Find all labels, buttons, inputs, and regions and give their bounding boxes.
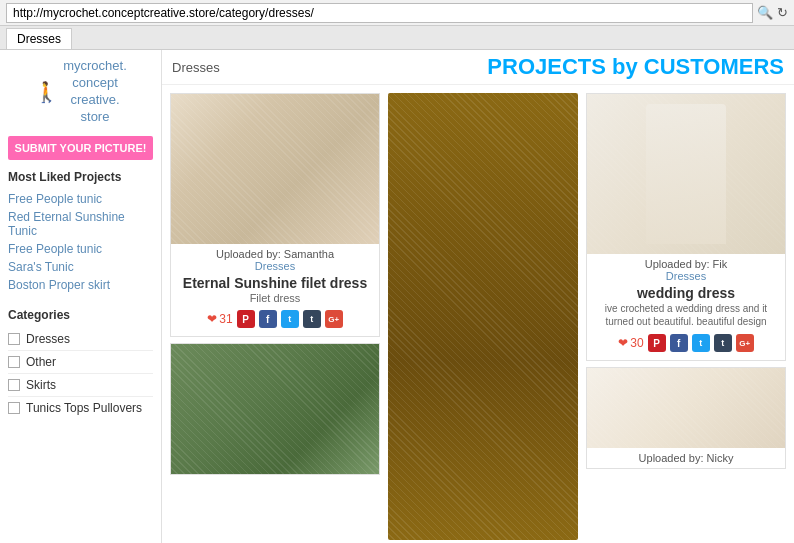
card1-body: Uploaded by: Samantha Dresses Eternal Su… [171, 244, 379, 336]
logo-figure: 🚶 [34, 80, 59, 104]
like-icon-3: ❤ [618, 336, 628, 350]
card3-category[interactable]: Dresses [593, 270, 779, 282]
logo-line2: concept [63, 75, 127, 92]
card3-twitter-icon[interactable]: t [692, 334, 710, 352]
card3-gplus-icon[interactable]: G+ [736, 334, 754, 352]
projects-heading: PROJECTS by CUSTOMERS [487, 54, 784, 80]
card1-category[interactable]: Dresses [177, 260, 373, 272]
card3-image[interactable] [587, 94, 785, 254]
logo-area: 🚶 mycrochet. concept creative. store [8, 58, 153, 126]
logo-line3: creative. [63, 92, 127, 109]
card4-body: Uploaded by: Nicky [587, 448, 785, 468]
url-input[interactable] [6, 3, 753, 23]
card1-uploader: Uploaded by: Samantha [177, 248, 373, 260]
card1-facebook-icon[interactable]: f [259, 310, 277, 328]
sidebar-item-free-people-2[interactable]: Free People tunic [8, 240, 153, 258]
card1-gplus-icon[interactable]: G+ [325, 310, 343, 328]
card1-desc: Filet dress [177, 292, 373, 304]
cat-item-dresses[interactable]: Dresses [8, 328, 153, 351]
card3-uploader: Uploaded by: Fik [593, 258, 779, 270]
card1-title: Eternal Sunshine filet dress [177, 275, 373, 291]
card3-actions: ❤ 30 P f t t G+ [593, 332, 779, 356]
cat-item-tunics[interactable]: Tunics Tops Pullovers [8, 397, 153, 419]
tab-bar: Dresses [0, 26, 794, 50]
card1-image[interactable] [171, 94, 379, 244]
card-eternal-sunshine: Uploaded by: Samantha Dresses Eternal Su… [170, 93, 380, 337]
cat-label-skirts: Skirts [26, 378, 56, 392]
card-nicky: Uploaded by: Nicky [586, 367, 786, 469]
refresh-icon[interactable]: ↻ [777, 5, 788, 20]
main-wrapper: 🚶 mycrochet. concept creative. store SUB… [0, 50, 794, 543]
card3-like-button[interactable]: ❤ 30 [618, 336, 643, 350]
center-column [388, 93, 578, 540]
sidebar-item-saras-tunic[interactable]: Sara's Tunic [8, 258, 153, 276]
card1-tumblr-icon[interactable]: t [303, 310, 321, 328]
content-header-title: Dresses [172, 60, 220, 75]
card1-like-count: 31 [219, 312, 232, 326]
card3-like-count: 30 [630, 336, 643, 350]
content-header: Dresses PROJECTS by CUSTOMERS [162, 50, 794, 85]
cat-label-other: Other [26, 355, 56, 369]
browser-controls: 🔍 ↻ [757, 5, 788, 20]
cat-item-skirts[interactable]: Skirts [8, 374, 153, 397]
card2-image[interactable] [171, 344, 379, 474]
card3-pinterest-icon[interactable]: P [648, 334, 666, 352]
card3-facebook-icon[interactable]: f [670, 334, 688, 352]
logo-line1: mycrochet. [63, 58, 127, 75]
most-liked-title: Most Liked Projects [8, 170, 153, 184]
card-green-dress [170, 343, 380, 475]
cat-checkbox-skirts[interactable] [8, 379, 20, 391]
cat-checkbox-other[interactable] [8, 356, 20, 368]
center-large-image[interactable] [388, 93, 578, 540]
left-column: Uploaded by: Samantha Dresses Eternal Su… [170, 93, 380, 540]
address-bar: 🔍 ↻ [0, 0, 794, 26]
tab-dresses[interactable]: Dresses [6, 28, 72, 49]
sidebar-item-boston-skirt[interactable]: Boston Proper skirt [8, 276, 153, 294]
card3-desc: ive crocheted a wedding dress and it tur… [593, 302, 779, 328]
like-icon: ❤ [207, 312, 217, 326]
logo-line4: store [63, 109, 127, 126]
cat-label-dresses: Dresses [26, 332, 70, 346]
submit-picture-button[interactable]: SUBMIT YOUR PICTURE! [8, 136, 153, 160]
card1-actions: ❤ 31 P f t t G+ [177, 308, 373, 332]
card3-title: wedding dress [593, 285, 779, 301]
cat-label-tunics: Tunics Tops Pullovers [26, 401, 142, 415]
sidebar-item-red-eternal[interactable]: Red Eternal Sunshine Tunic [8, 208, 153, 240]
center-image-wrap [388, 93, 578, 540]
sidebar-item-free-people-1[interactable]: Free People tunic [8, 190, 153, 208]
card4-uploader: Uploaded by: Nicky [593, 452, 779, 464]
card-wedding-dress: Uploaded by: Fik Dresses wedding dress i… [586, 93, 786, 361]
card3-tumblr-icon[interactable]: t [714, 334, 732, 352]
card1-pinterest-icon[interactable]: P [237, 310, 255, 328]
sidebar: 🚶 mycrochet. concept creative. store SUB… [0, 50, 162, 543]
cat-checkbox-tunics[interactable] [8, 402, 20, 414]
card3-body: Uploaded by: Fik Dresses wedding dress i… [587, 254, 785, 360]
categories-section: Categories Dresses Other Skirts Tunics T… [8, 308, 153, 419]
content-area: Dresses PROJECTS by CUSTOMERS Uploaded b… [162, 50, 794, 543]
cat-checkbox-dresses[interactable] [8, 333, 20, 345]
categories-title: Categories [8, 308, 153, 322]
logo-text: mycrochet. concept creative. store [63, 58, 127, 126]
card1-twitter-icon[interactable]: t [281, 310, 299, 328]
card1-like-button[interactable]: ❤ 31 [207, 312, 232, 326]
cat-item-other[interactable]: Other [8, 351, 153, 374]
search-icon[interactable]: 🔍 [757, 5, 773, 20]
card4-image[interactable] [587, 368, 785, 448]
right-column: Uploaded by: Fik Dresses wedding dress i… [586, 93, 786, 540]
projects-grid: Uploaded by: Samantha Dresses Eternal Su… [162, 85, 794, 543]
